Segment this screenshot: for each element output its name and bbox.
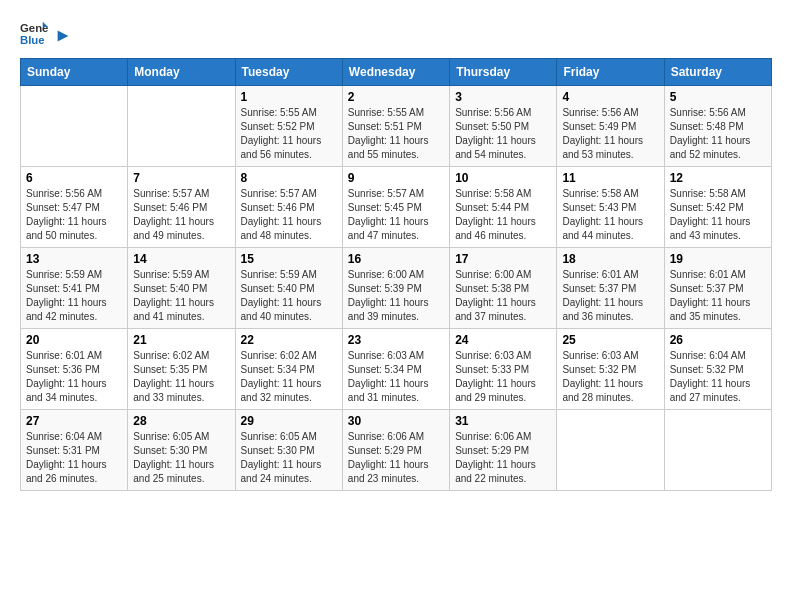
calendar-cell: 20Sunrise: 6:01 AM Sunset: 5:36 PM Dayli… xyxy=(21,329,128,410)
calendar-cell: 9Sunrise: 5:57 AM Sunset: 5:45 PM Daylig… xyxy=(342,167,449,248)
calendar-cell: 28Sunrise: 6:05 AM Sunset: 5:30 PM Dayli… xyxy=(128,410,235,491)
day-number: 22 xyxy=(241,333,337,347)
calendar-cell: 5Sunrise: 5:56 AM Sunset: 5:48 PM Daylig… xyxy=(664,86,771,167)
weekday-header-thursday: Thursday xyxy=(450,59,557,86)
calendar-body: 1Sunrise: 5:55 AM Sunset: 5:52 PM Daylig… xyxy=(21,86,772,491)
day-number: 27 xyxy=(26,414,122,428)
day-number: 11 xyxy=(562,171,658,185)
weekday-header-saturday: Saturday xyxy=(664,59,771,86)
day-content: Sunrise: 5:58 AM Sunset: 5:44 PM Dayligh… xyxy=(455,187,551,243)
calendar-week-4: 20Sunrise: 6:01 AM Sunset: 5:36 PM Dayli… xyxy=(21,329,772,410)
day-content: Sunrise: 6:06 AM Sunset: 5:29 PM Dayligh… xyxy=(348,430,444,486)
calendar-cell: 30Sunrise: 6:06 AM Sunset: 5:29 PM Dayli… xyxy=(342,410,449,491)
calendar-cell: 12Sunrise: 5:58 AM Sunset: 5:42 PM Dayli… xyxy=(664,167,771,248)
day-number: 15 xyxy=(241,252,337,266)
calendar-cell: 4Sunrise: 5:56 AM Sunset: 5:49 PM Daylig… xyxy=(557,86,664,167)
day-content: Sunrise: 5:56 AM Sunset: 5:47 PM Dayligh… xyxy=(26,187,122,243)
calendar-cell: 16Sunrise: 6:00 AM Sunset: 5:39 PM Dayli… xyxy=(342,248,449,329)
calendar-cell: 2Sunrise: 5:55 AM Sunset: 5:51 PM Daylig… xyxy=(342,86,449,167)
day-number: 1 xyxy=(241,90,337,104)
calendar-cell: 25Sunrise: 6:03 AM Sunset: 5:32 PM Dayli… xyxy=(557,329,664,410)
calendar-cell: 21Sunrise: 6:02 AM Sunset: 5:35 PM Dayli… xyxy=(128,329,235,410)
logo-icon: General Blue xyxy=(20,20,48,48)
calendar-cell: 15Sunrise: 5:59 AM Sunset: 5:40 PM Dayli… xyxy=(235,248,342,329)
weekday-header-wednesday: Wednesday xyxy=(342,59,449,86)
calendar-cell: 1Sunrise: 5:55 AM Sunset: 5:52 PM Daylig… xyxy=(235,86,342,167)
day-content: Sunrise: 6:06 AM Sunset: 5:29 PM Dayligh… xyxy=(455,430,551,486)
calendar-cell: 27Sunrise: 6:04 AM Sunset: 5:31 PM Dayli… xyxy=(21,410,128,491)
calendar-cell: 24Sunrise: 6:03 AM Sunset: 5:33 PM Dayli… xyxy=(450,329,557,410)
calendar-week-2: 6Sunrise: 5:56 AM Sunset: 5:47 PM Daylig… xyxy=(21,167,772,248)
weekday-header-monday: Monday xyxy=(128,59,235,86)
day-content: Sunrise: 5:58 AM Sunset: 5:42 PM Dayligh… xyxy=(670,187,766,243)
weekday-header-tuesday: Tuesday xyxy=(235,59,342,86)
logo-arrow-icon xyxy=(54,27,72,45)
day-number: 25 xyxy=(562,333,658,347)
day-number: 14 xyxy=(133,252,229,266)
day-number: 18 xyxy=(562,252,658,266)
calendar-week-1: 1Sunrise: 5:55 AM Sunset: 5:52 PM Daylig… xyxy=(21,86,772,167)
calendar-cell: 26Sunrise: 6:04 AM Sunset: 5:32 PM Dayli… xyxy=(664,329,771,410)
day-content: Sunrise: 5:59 AM Sunset: 5:40 PM Dayligh… xyxy=(241,268,337,324)
calendar-cell: 3Sunrise: 5:56 AM Sunset: 5:50 PM Daylig… xyxy=(450,86,557,167)
day-number: 5 xyxy=(670,90,766,104)
calendar-cell: 6Sunrise: 5:56 AM Sunset: 5:47 PM Daylig… xyxy=(21,167,128,248)
calendar-cell: 11Sunrise: 5:58 AM Sunset: 5:43 PM Dayli… xyxy=(557,167,664,248)
calendar-cell: 7Sunrise: 5:57 AM Sunset: 5:46 PM Daylig… xyxy=(128,167,235,248)
day-number: 4 xyxy=(562,90,658,104)
calendar-cell: 18Sunrise: 6:01 AM Sunset: 5:37 PM Dayli… xyxy=(557,248,664,329)
day-number: 31 xyxy=(455,414,551,428)
calendar-cell: 23Sunrise: 6:03 AM Sunset: 5:34 PM Dayli… xyxy=(342,329,449,410)
calendar-cell xyxy=(128,86,235,167)
day-content: Sunrise: 5:57 AM Sunset: 5:46 PM Dayligh… xyxy=(241,187,337,243)
calendar-cell: 22Sunrise: 6:02 AM Sunset: 5:34 PM Dayli… xyxy=(235,329,342,410)
day-number: 29 xyxy=(241,414,337,428)
day-number: 8 xyxy=(241,171,337,185)
calendar-cell: 19Sunrise: 6:01 AM Sunset: 5:37 PM Dayli… xyxy=(664,248,771,329)
day-content: Sunrise: 5:57 AM Sunset: 5:45 PM Dayligh… xyxy=(348,187,444,243)
day-number: 6 xyxy=(26,171,122,185)
day-content: Sunrise: 6:03 AM Sunset: 5:34 PM Dayligh… xyxy=(348,349,444,405)
day-number: 28 xyxy=(133,414,229,428)
day-content: Sunrise: 5:59 AM Sunset: 5:41 PM Dayligh… xyxy=(26,268,122,324)
day-content: Sunrise: 6:01 AM Sunset: 5:37 PM Dayligh… xyxy=(670,268,766,324)
calendar-week-5: 27Sunrise: 6:04 AM Sunset: 5:31 PM Dayli… xyxy=(21,410,772,491)
day-number: 17 xyxy=(455,252,551,266)
day-content: Sunrise: 5:59 AM Sunset: 5:40 PM Dayligh… xyxy=(133,268,229,324)
svg-text:Blue: Blue xyxy=(20,34,45,46)
day-number: 30 xyxy=(348,414,444,428)
calendar-cell: 31Sunrise: 6:06 AM Sunset: 5:29 PM Dayli… xyxy=(450,410,557,491)
day-content: Sunrise: 5:55 AM Sunset: 5:52 PM Dayligh… xyxy=(241,106,337,162)
day-content: Sunrise: 6:00 AM Sunset: 5:38 PM Dayligh… xyxy=(455,268,551,324)
day-number: 16 xyxy=(348,252,444,266)
day-content: Sunrise: 6:02 AM Sunset: 5:35 PM Dayligh… xyxy=(133,349,229,405)
calendar-cell: 13Sunrise: 5:59 AM Sunset: 5:41 PM Dayli… xyxy=(21,248,128,329)
logo: General Blue xyxy=(20,20,72,48)
calendar-cell: 8Sunrise: 5:57 AM Sunset: 5:46 PM Daylig… xyxy=(235,167,342,248)
day-number: 10 xyxy=(455,171,551,185)
day-number: 19 xyxy=(670,252,766,266)
day-content: Sunrise: 5:57 AM Sunset: 5:46 PM Dayligh… xyxy=(133,187,229,243)
page-header: General Blue xyxy=(20,20,772,48)
weekday-header-row: SundayMondayTuesdayWednesdayThursdayFrid… xyxy=(21,59,772,86)
calendar-cell xyxy=(664,410,771,491)
day-number: 26 xyxy=(670,333,766,347)
day-number: 13 xyxy=(26,252,122,266)
day-content: Sunrise: 5:56 AM Sunset: 5:50 PM Dayligh… xyxy=(455,106,551,162)
day-number: 9 xyxy=(348,171,444,185)
calendar-header: SundayMondayTuesdayWednesdayThursdayFrid… xyxy=(21,59,772,86)
day-content: Sunrise: 6:03 AM Sunset: 5:32 PM Dayligh… xyxy=(562,349,658,405)
day-content: Sunrise: 6:05 AM Sunset: 5:30 PM Dayligh… xyxy=(133,430,229,486)
weekday-header-sunday: Sunday xyxy=(21,59,128,86)
day-number: 20 xyxy=(26,333,122,347)
day-content: Sunrise: 6:05 AM Sunset: 5:30 PM Dayligh… xyxy=(241,430,337,486)
calendar-cell: 10Sunrise: 5:58 AM Sunset: 5:44 PM Dayli… xyxy=(450,167,557,248)
calendar-cell xyxy=(21,86,128,167)
day-number: 23 xyxy=(348,333,444,347)
day-number: 21 xyxy=(133,333,229,347)
day-content: Sunrise: 6:02 AM Sunset: 5:34 PM Dayligh… xyxy=(241,349,337,405)
calendar-cell: 29Sunrise: 6:05 AM Sunset: 5:30 PM Dayli… xyxy=(235,410,342,491)
weekday-header-friday: Friday xyxy=(557,59,664,86)
calendar-week-3: 13Sunrise: 5:59 AM Sunset: 5:41 PM Dayli… xyxy=(21,248,772,329)
calendar-cell: 17Sunrise: 6:00 AM Sunset: 5:38 PM Dayli… xyxy=(450,248,557,329)
